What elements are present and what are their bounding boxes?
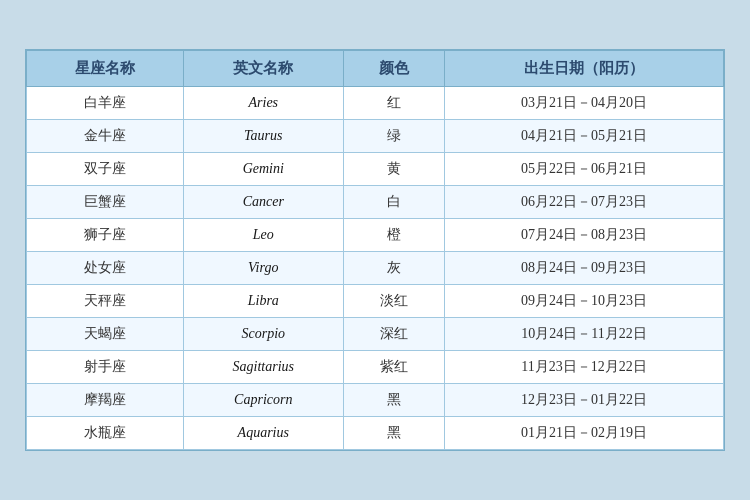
table-row: 白羊座Aries红03月21日－04月20日 (27, 87, 724, 120)
cell-color: 红 (343, 87, 445, 120)
cell-english-name: Cancer (183, 186, 343, 219)
table-header-row: 星座名称 英文名称 颜色 出生日期（阳历） (27, 51, 724, 87)
cell-english-name: Capricorn (183, 384, 343, 417)
cell-dates: 01月21日－02月19日 (445, 417, 724, 450)
cell-english-name: Virgo (183, 252, 343, 285)
cell-dates: 07月24日－08月23日 (445, 219, 724, 252)
zodiac-table-container: 星座名称 英文名称 颜色 出生日期（阳历） 白羊座Aries红03月21日－04… (25, 49, 725, 451)
cell-english-name: Scorpio (183, 318, 343, 351)
cell-color: 黄 (343, 153, 445, 186)
cell-color: 绿 (343, 120, 445, 153)
cell-chinese-name: 天蝎座 (27, 318, 184, 351)
cell-dates: 08月24日－09月23日 (445, 252, 724, 285)
table-row: 水瓶座Aquarius黑01月21日－02月19日 (27, 417, 724, 450)
cell-color: 黑 (343, 417, 445, 450)
zodiac-table: 星座名称 英文名称 颜色 出生日期（阳历） 白羊座Aries红03月21日－04… (26, 50, 724, 450)
table-row: 摩羯座Capricorn黑12月23日－01月22日 (27, 384, 724, 417)
cell-chinese-name: 双子座 (27, 153, 184, 186)
cell-dates: 05月22日－06月21日 (445, 153, 724, 186)
table-row: 天秤座Libra淡红09月24日－10月23日 (27, 285, 724, 318)
table-row: 天蝎座Scorpio深红10月24日－11月22日 (27, 318, 724, 351)
cell-english-name: Gemini (183, 153, 343, 186)
table-body: 白羊座Aries红03月21日－04月20日金牛座Taurus绿04月21日－0… (27, 87, 724, 450)
header-chinese-name: 星座名称 (27, 51, 184, 87)
cell-chinese-name: 白羊座 (27, 87, 184, 120)
cell-color: 黑 (343, 384, 445, 417)
cell-english-name: Aquarius (183, 417, 343, 450)
cell-chinese-name: 天秤座 (27, 285, 184, 318)
cell-dates: 11月23日－12月22日 (445, 351, 724, 384)
cell-dates: 09月24日－10月23日 (445, 285, 724, 318)
cell-chinese-name: 金牛座 (27, 120, 184, 153)
cell-chinese-name: 处女座 (27, 252, 184, 285)
cell-english-name: Libra (183, 285, 343, 318)
cell-dates: 12月23日－01月22日 (445, 384, 724, 417)
cell-color: 橙 (343, 219, 445, 252)
cell-chinese-name: 射手座 (27, 351, 184, 384)
cell-color: 淡红 (343, 285, 445, 318)
cell-chinese-name: 摩羯座 (27, 384, 184, 417)
table-row: 狮子座Leo橙07月24日－08月23日 (27, 219, 724, 252)
header-english-name: 英文名称 (183, 51, 343, 87)
cell-dates: 06月22日－07月23日 (445, 186, 724, 219)
header-birth-date: 出生日期（阳历） (445, 51, 724, 87)
cell-english-name: Taurus (183, 120, 343, 153)
cell-dates: 04月21日－05月21日 (445, 120, 724, 153)
table-row: 处女座Virgo灰08月24日－09月23日 (27, 252, 724, 285)
cell-dates: 03月21日－04月20日 (445, 87, 724, 120)
cell-color: 灰 (343, 252, 445, 285)
cell-english-name: Aries (183, 87, 343, 120)
cell-dates: 10月24日－11月22日 (445, 318, 724, 351)
cell-chinese-name: 水瓶座 (27, 417, 184, 450)
cell-color: 紫红 (343, 351, 445, 384)
cell-chinese-name: 巨蟹座 (27, 186, 184, 219)
cell-color: 白 (343, 186, 445, 219)
cell-color: 深红 (343, 318, 445, 351)
table-row: 双子座Gemini黄05月22日－06月21日 (27, 153, 724, 186)
table-row: 金牛座Taurus绿04月21日－05月21日 (27, 120, 724, 153)
cell-english-name: Sagittarius (183, 351, 343, 384)
table-row: 射手座Sagittarius紫红11月23日－12月22日 (27, 351, 724, 384)
cell-chinese-name: 狮子座 (27, 219, 184, 252)
header-color: 颜色 (343, 51, 445, 87)
cell-english-name: Leo (183, 219, 343, 252)
table-row: 巨蟹座Cancer白06月22日－07月23日 (27, 186, 724, 219)
